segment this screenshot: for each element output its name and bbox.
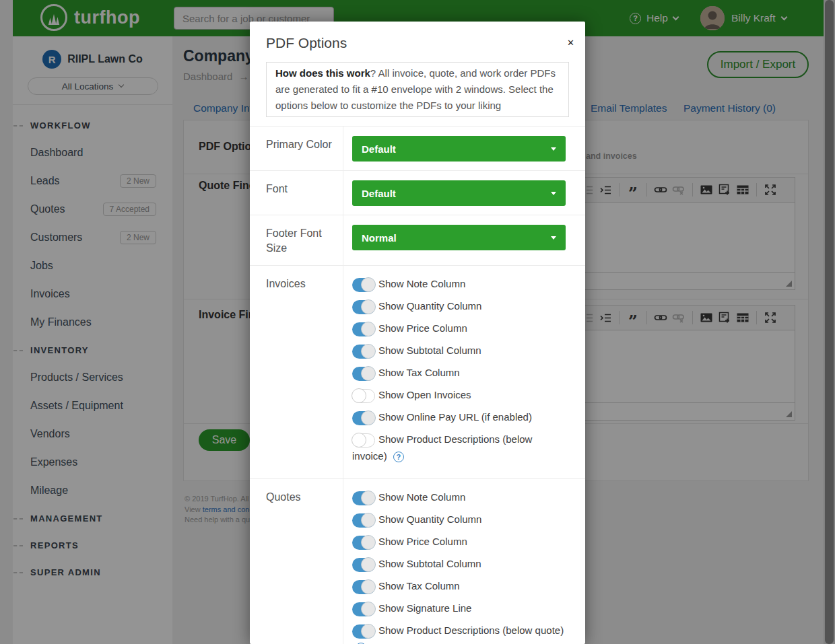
- toggle-item: Show Tax Column: [352, 364, 566, 381]
- select-value: Default: [362, 188, 396, 199]
- field-label: Footer Font Size: [250, 215, 343, 265]
- toggle-knob: [361, 410, 376, 425]
- toggle-switch-show-quantity-column[interactable]: [352, 300, 375, 314]
- toggle-item: Show Open Invoices: [352, 386, 566, 403]
- group-label: Invoices: [250, 266, 343, 478]
- toggle-item: Show Price Column: [352, 320, 566, 336]
- modal-body: Primary ColorDefaultFontDefaultFooter Fo…: [250, 126, 585, 644]
- modal-title: PDF Options: [266, 35, 569, 51]
- toggle-label: Show Online Pay URL (if enabled): [378, 411, 532, 423]
- toggle-label: Show Open Invoices: [378, 389, 471, 400]
- toggle-item: Show Product Descriptions (below invoice…: [352, 431, 566, 464]
- toggle-label: Show Quantity Column: [378, 300, 481, 312]
- toggle-switch-show-tax-column[interactable]: [352, 580, 375, 594]
- toggle-knob: [361, 535, 376, 550]
- toggle-knob: [352, 388, 366, 403]
- field-label: Primary Color: [250, 127, 343, 170]
- toggle-switch-show-quantity-column[interactable]: [352, 513, 375, 528]
- footer-font-size-select[interactable]: Normal: [352, 225, 566, 250]
- toggle-label: Show Subtotal Column: [378, 558, 481, 569]
- toggle-label: Show Product Descriptions (below invoice…: [352, 433, 532, 462]
- chevron-down-icon: [551, 192, 556, 195]
- toggle-switch-show-price-column[interactable]: [352, 536, 375, 550]
- toggle-knob: [361, 322, 376, 336]
- modal-field-row: FontDefault: [250, 170, 585, 215]
- toggle-knob: [361, 513, 376, 528]
- chevron-down-icon: [551, 236, 556, 240]
- toggle-knob: [361, 277, 376, 292]
- toggle-label: Show Quantity Column: [378, 513, 481, 525]
- modal-toggle-group-quotes: QuotesShow Note ColumnShow Quantity Colu…: [250, 478, 585, 644]
- modal-field-row: Footer Font SizeNormal: [250, 215, 585, 265]
- select-value: Default: [362, 143, 396, 155]
- toggle-label: Show Price Column: [378, 322, 467, 334]
- toggle-item: Show Product Descriptions (below quote) …: [352, 622, 576, 644]
- toggle-switch-show-product-descriptions-below-quote[interactable]: [352, 624, 375, 639]
- toggle-knob: [361, 491, 376, 505]
- toggle-label: Show Price Column: [378, 536, 467, 547]
- toggle-knob: [361, 602, 376, 616]
- help-icon[interactable]: ?: [393, 452, 404, 462]
- intro-bold: How does this work: [275, 67, 370, 79]
- toggle-item: Show Note Column: [352, 489, 576, 505]
- close-icon[interactable]: ✕: [567, 38, 574, 48]
- toggle-item: Show Online Pay URL (if enabled): [352, 408, 566, 425]
- toggle-knob: [361, 366, 376, 381]
- modal-intro: How does this work? All invoice, quote, …: [266, 62, 569, 117]
- toggle-label: Show Tax Column: [378, 367, 460, 378]
- toggle-label: Show Subtotal Column: [378, 345, 481, 356]
- modal-toggle-group-invoices: InvoicesShow Note ColumnShow Quantity Co…: [250, 265, 585, 478]
- toggle-switch-show-subtotal-column[interactable]: [352, 345, 375, 359]
- group-label: Quotes: [250, 479, 343, 644]
- select-value: Normal: [362, 232, 397, 244]
- toggle-item: Show Tax Column: [352, 577, 576, 594]
- toggle-label: Show Note Column: [378, 491, 465, 503]
- primary-color-select[interactable]: Default: [352, 136, 566, 162]
- field-label: Font: [250, 171, 343, 215]
- toggle-item: Show Subtotal Column: [352, 555, 576, 572]
- pdf-options-modal: PDF Options ✕ How does this work? All in…: [250, 22, 585, 644]
- toggle-switch-show-signature-line[interactable]: [352, 602, 375, 616]
- modal-header: PDF Options ✕: [250, 22, 585, 59]
- toggle-item: Show Note Column: [352, 275, 566, 292]
- toggle-label: Show Tax Column: [378, 580, 460, 592]
- toggle-knob: [352, 433, 366, 448]
- toggle-switch-show-open-invoices[interactable]: [352, 389, 375, 403]
- toggle-switch-show-price-column[interactable]: [352, 322, 375, 336]
- toggle-label: Show Product Descriptions (below quote): [378, 624, 564, 636]
- toggle-knob: [361, 579, 376, 594]
- chevron-down-icon: [551, 147, 556, 151]
- toggle-switch-show-online-pay-url-if-enabled[interactable]: [352, 411, 375, 425]
- toggle-label: Show Signature Line: [378, 602, 471, 614]
- modal-field-row: Primary ColorDefault: [250, 126, 585, 170]
- toggle-knob: [361, 624, 376, 639]
- toggle-knob: [361, 299, 376, 314]
- toggle-switch-show-note-column[interactable]: [352, 278, 375, 292]
- toggle-item: Show Price Column: [352, 533, 576, 550]
- toggle-switch-show-note-column[interactable]: [352, 491, 375, 505]
- toggle-item: Show Quantity Column: [352, 511, 576, 528]
- toggle-knob: [361, 557, 376, 572]
- toggle-item: Show Signature Line: [352, 600, 576, 616]
- toggle-label: Show Note Column: [378, 278, 465, 289]
- toggle-item: Show Subtotal Column: [352, 342, 566, 359]
- toggle-knob: [361, 344, 376, 359]
- font-select[interactable]: Default: [352, 180, 566, 206]
- toggle-switch-show-product-descriptions-below-invoice[interactable]: [352, 433, 375, 448]
- toggle-item: Show Quantity Column: [352, 297, 566, 314]
- toggle-switch-show-subtotal-column[interactable]: [352, 558, 375, 572]
- toggle-switch-show-tax-column[interactable]: [352, 367, 375, 381]
